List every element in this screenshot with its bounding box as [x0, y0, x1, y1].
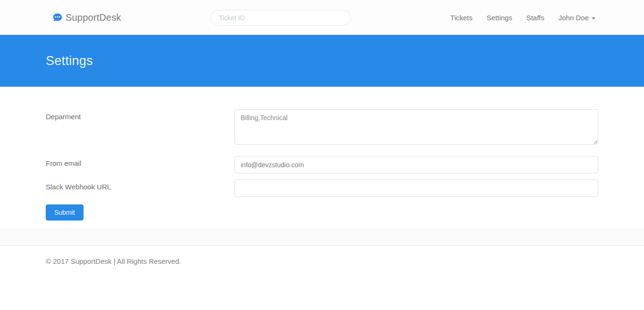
page-footer: © 2017 SupportDesk | All Rights Reserved…	[0, 245, 644, 277]
comment-bubble-icon	[53, 13, 62, 22]
from-email-input[interactable]	[234, 156, 598, 173]
user-menu-label: John Doe	[559, 14, 589, 22]
user-menu-dropdown[interactable]: John Doe	[559, 14, 595, 22]
prefooter-spacer	[0, 228, 644, 245]
slack-webhook-input[interactable]	[234, 179, 598, 197]
ticket-id-search-input[interactable]	[211, 10, 351, 25]
form-row-department: Deparment Billing,Technical	[46, 109, 598, 147]
department-textarea[interactable]: Billing,Technical	[234, 109, 598, 145]
form-row-slack-webhook: Slack Webhook URL	[46, 179, 598, 197]
nav-item-staffs[interactable]: Staffs	[527, 14, 544, 22]
page-title: Settings	[46, 54, 93, 68]
copyright-text: © 2017 SupportDesk | All Rights Reserved…	[46, 257, 598, 265]
page-header-band: Settings	[0, 35, 644, 87]
from-email-label: From email	[46, 156, 234, 167]
nav-item-tickets[interactable]: Tickets	[451, 14, 473, 22]
caret-down-icon	[592, 17, 595, 19]
department-label: Deparment	[46, 109, 234, 121]
top-navbar: SupportDesk Tickets Settings Staffs John…	[0, 0, 644, 35]
form-row-from-email: From email	[46, 156, 598, 173]
nav-links: Tickets Settings Staffs John Doe	[451, 0, 595, 35]
submit-button[interactable]: Submit	[46, 204, 84, 220]
brand-logo[interactable]: SupportDesk	[53, 0, 121, 35]
brand-name: SupportDesk	[66, 12, 121, 23]
slack-webhook-label: Slack Webhook URL	[46, 179, 234, 191]
nav-item-settings[interactable]: Settings	[486, 14, 512, 22]
settings-form: Deparment Billing,Technical From email S…	[0, 87, 644, 220]
